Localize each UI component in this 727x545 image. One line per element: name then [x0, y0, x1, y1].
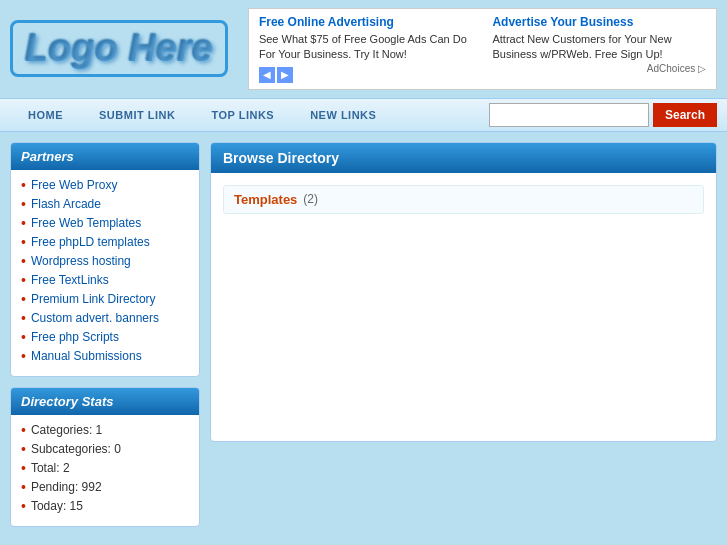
partners-item-label: Wordpress hosting: [31, 254, 131, 268]
category-count: (2): [303, 192, 318, 206]
partners-item[interactable]: •Free TextLinks: [21, 273, 189, 287]
nav-home[interactable]: HOME: [10, 109, 81, 121]
nav-submit-link[interactable]: SUBMIT LINK: [81, 109, 193, 121]
nav-top-links[interactable]: TOP LINKS: [193, 109, 292, 121]
search-area: Search: [489, 103, 717, 127]
partners-item[interactable]: •Flash Arcade: [21, 197, 189, 211]
stats-item-label: Categories: 1: [31, 423, 102, 437]
partners-content: •Free Web Proxy•Flash Arcade•Free Web Te…: [11, 170, 199, 376]
ad-left-title: Free Online Advertising: [259, 15, 473, 29]
stats-item-label: Total: 2: [31, 461, 70, 475]
browse-box: Browse Directory Templates (2): [210, 142, 717, 442]
ad-right-text: Attract New Customers for Your New Busin…: [492, 32, 706, 63]
search-input[interactable]: [489, 103, 649, 127]
browse-content: Templates (2): [211, 173, 716, 230]
partners-item-label: Free php Scripts: [31, 330, 119, 344]
bullet-icon: •: [21, 273, 26, 287]
partners-item-label: Premium Link Directory: [31, 292, 156, 306]
main-panel: Browse Directory Templates (2): [210, 142, 717, 527]
bullet-icon: •: [21, 461, 26, 475]
bullet-icon: •: [21, 442, 26, 456]
bullet-icon: •: [21, 235, 26, 249]
nav-new-links[interactable]: NEW LINKS: [292, 109, 394, 121]
partners-item-label: Free Web Proxy: [31, 178, 117, 192]
ad-right-title: Advertise Your Business: [492, 15, 706, 29]
partners-item-label: Flash Arcade: [31, 197, 101, 211]
partners-item[interactable]: •Free Web Proxy: [21, 178, 189, 192]
stats-item: •Subcategories: 0: [21, 442, 189, 456]
partners-item[interactable]: •Wordpress hosting: [21, 254, 189, 268]
stats-item: •Categories: 1: [21, 423, 189, 437]
partners-item[interactable]: •Free Web Templates: [21, 216, 189, 230]
stats-item: •Total: 2: [21, 461, 189, 475]
nav-links: HOME SUBMIT LINK TOP LINKS NEW LINKS: [10, 109, 489, 121]
nav-bar: HOME SUBMIT LINK TOP LINKS NEW LINKS Sea…: [0, 98, 727, 132]
bullet-icon: •: [21, 292, 26, 306]
logo: Logo Here: [10, 20, 228, 77]
partners-item[interactable]: •Premium Link Directory: [21, 292, 189, 306]
partners-item-label: Free Web Templates: [31, 216, 141, 230]
stats-header: Directory Stats: [11, 388, 199, 415]
bullet-icon: •: [21, 216, 26, 230]
bullet-icon: •: [21, 499, 26, 513]
ad-next-button[interactable]: ▶: [277, 67, 293, 83]
logo-area: Logo Here: [10, 20, 228, 77]
stats-item: •Today: 15: [21, 499, 189, 513]
category-name[interactable]: Templates: [234, 192, 297, 207]
bullet-icon: •: [21, 349, 26, 363]
bullet-icon: •: [21, 423, 26, 437]
header: Logo Here Free Online Advertising See Wh…: [0, 0, 727, 98]
partners-item-label: Free phpLD templates: [31, 235, 150, 249]
ad-nav-buttons: ◀ ▶: [259, 67, 473, 83]
category-row: Templates (2): [223, 185, 704, 214]
partners-item[interactable]: •Free phpLD templates: [21, 235, 189, 249]
stats-content: •Categories: 1•Subcategories: 0•Total: 2…: [11, 415, 199, 526]
stats-item-label: Subcategories: 0: [31, 442, 121, 456]
ad-banner: Free Online Advertising See What $75 of …: [248, 8, 717, 90]
bullet-icon: •: [21, 330, 26, 344]
main-content: Partners •Free Web Proxy•Flash Arcade•Fr…: [0, 132, 727, 537]
partners-item[interactable]: •Manual Submissions: [21, 349, 189, 363]
bullet-icon: •: [21, 480, 26, 494]
bullet-icon: •: [21, 197, 26, 211]
ad-left-text: See What $75 of Free Google Ads Can Do F…: [259, 32, 473, 63]
partners-header: Partners: [11, 143, 199, 170]
sidebar: Partners •Free Web Proxy•Flash Arcade•Fr…: [10, 142, 200, 527]
ad-choices: AdChoices ▷: [492, 63, 706, 74]
stats-item-label: Pending: 992: [31, 480, 102, 494]
bullet-icon: •: [21, 178, 26, 192]
partners-item-label: Custom advert. banners: [31, 311, 159, 325]
partners-item-label: Manual Submissions: [31, 349, 142, 363]
partners-box: Partners •Free Web Proxy•Flash Arcade•Fr…: [10, 142, 200, 377]
ad-prev-button[interactable]: ◀: [259, 67, 275, 83]
partners-item-label: Free TextLinks: [31, 273, 109, 287]
partners-item[interactable]: •Custom advert. banners: [21, 311, 189, 325]
bullet-icon: •: [21, 311, 26, 325]
stats-item-label: Today: 15: [31, 499, 83, 513]
stats-box: Directory Stats •Categories: 1•Subcatego…: [10, 387, 200, 527]
ad-right: Advertise Your Business Attract New Cust…: [492, 15, 706, 83]
stats-item: •Pending: 992: [21, 480, 189, 494]
browse-header: Browse Directory: [211, 143, 716, 173]
search-button[interactable]: Search: [653, 103, 717, 127]
partners-item[interactable]: •Free php Scripts: [21, 330, 189, 344]
ad-left: Free Online Advertising See What $75 of …: [259, 15, 473, 83]
bullet-icon: •: [21, 254, 26, 268]
